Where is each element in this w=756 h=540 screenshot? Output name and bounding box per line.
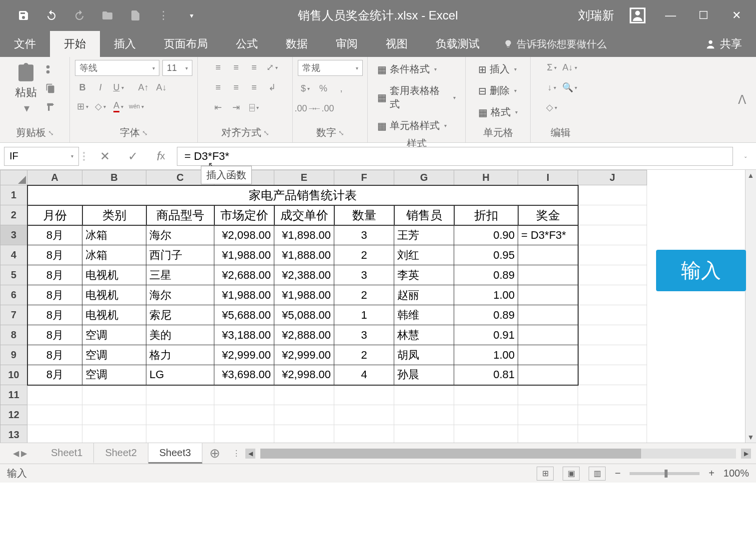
comma-icon[interactable]: , (334, 81, 349, 96)
cell-I5[interactable] (518, 265, 578, 285)
border-icon[interactable]: ⊞▾ (75, 99, 90, 114)
cell-J10[interactable] (578, 365, 647, 385)
fill-color-icon[interactable]: ◇▾ (93, 99, 108, 114)
col-header-I[interactable]: I (518, 170, 578, 185)
cell-B7[interactable]: 电视机 (82, 305, 146, 325)
cell-J3[interactable] (578, 225, 647, 245)
cell-B8[interactable]: 空调 (82, 325, 146, 345)
row-header-10[interactable]: 10 (0, 365, 27, 385)
cell-J11[interactable] (578, 385, 647, 405)
normal-view-icon[interactable]: ⊞ (537, 467, 554, 481)
cell-G10[interactable]: 孙晨 (394, 365, 454, 385)
cell-J9[interactable] (578, 345, 647, 365)
cell-G7[interactable]: 韩维 (394, 305, 454, 325)
tab-review[interactable]: 审阅 (322, 31, 372, 57)
cell-D9[interactable]: ¥2,999.00 (214, 345, 274, 365)
format-as-table-button[interactable]: ▦套用表格格式▾ (373, 81, 460, 113)
cell-D12[interactable] (214, 405, 274, 425)
cell-I4[interactable] (518, 245, 578, 265)
qat-dropdown-icon[interactable]: ▾ (182, 6, 201, 25)
align-center-icon[interactable]: ≡ (229, 80, 244, 95)
sheet-nav[interactable]: ◀ ▶ (0, 443, 40, 464)
cell-E10[interactable]: ¥2,998.00 (274, 365, 334, 385)
decrease-font-icon[interactable]: A↓ (154, 80, 169, 95)
cell-B10[interactable]: 空调 (82, 365, 146, 385)
add-sheet-icon[interactable]: ⊕ (202, 443, 227, 464)
cell-B5[interactable]: 电视机 (82, 265, 146, 285)
cell-J6[interactable] (578, 285, 647, 305)
launcher-icon[interactable]: ⤡ (142, 129, 148, 137)
collapse-ribbon-icon[interactable]: ᐱ (728, 57, 756, 142)
more-icon[interactable]: ⋮ (154, 6, 173, 25)
cell-A8[interactable]: 8月 (27, 325, 82, 345)
minimize-icon[interactable]: — (661, 6, 680, 25)
autosum-icon[interactable]: Σ▾ (544, 60, 559, 75)
tab-view[interactable]: 视图 (372, 31, 422, 57)
undo-icon[interactable] (42, 6, 61, 25)
clear-icon[interactable]: ◇▾ (544, 100, 559, 115)
cell-D11[interactable] (214, 385, 274, 405)
cell-A9[interactable]: 8月 (27, 345, 82, 365)
tab-pagelayout[interactable]: 页面布局 (150, 31, 222, 57)
underline-icon[interactable]: U▾ (111, 80, 126, 95)
col-header-B[interactable]: B (82, 170, 146, 185)
percent-icon[interactable]: % (316, 81, 331, 96)
cell-I7[interactable] (518, 305, 578, 325)
align-top-icon[interactable]: ≡ (211, 60, 226, 75)
cell-H7[interactable]: 0.89 (454, 305, 518, 325)
cell-E5[interactable]: ¥2,388.00 (274, 265, 334, 285)
cell-B3[interactable]: 冰箱 (82, 225, 146, 245)
vertical-scrollbar[interactable]: ▲ ▼ (745, 170, 756, 443)
fill-icon[interactable]: ↓▾ (544, 80, 559, 95)
share-button[interactable]: 共享 (691, 31, 756, 57)
copy-icon[interactable] (43, 81, 58, 96)
header-G[interactable]: 销售员 (394, 205, 454, 225)
tab-home[interactable]: 开始 (50, 31, 100, 57)
cell-C6[interactable]: 海尔 (146, 285, 214, 305)
launcher-icon[interactable]: ⤡ (48, 129, 54, 137)
cell-B11[interactable] (82, 385, 146, 405)
header-F[interactable]: 数量 (334, 205, 394, 225)
cell-J5[interactable] (578, 265, 647, 285)
cell-D10[interactable]: ¥3,698.00 (214, 365, 274, 385)
decrease-decimal-icon[interactable]: ←.00 (316, 101, 331, 116)
cell-J12[interactable] (578, 405, 647, 425)
cell-F11[interactable] (334, 385, 394, 405)
cell-E8[interactable]: ¥2,888.00 (274, 325, 334, 345)
scroll-right-icon[interactable]: ▶ (741, 449, 751, 459)
header-E[interactable]: 成交单价 (274, 205, 334, 225)
cell-F5[interactable]: 3 (334, 265, 394, 285)
scroll-down-icon[interactable]: ▼ (746, 432, 756, 443)
header-C[interactable]: 商品型号 (146, 205, 214, 225)
zoom-level[interactable]: 100% (724, 468, 749, 479)
phonetic-icon[interactable]: wén▾ (129, 99, 144, 114)
cell-A12[interactable] (27, 405, 82, 425)
col-header-E[interactable]: E (274, 170, 334, 185)
col-header-H[interactable]: H (454, 170, 518, 185)
delete-cells-button[interactable]: ⊟删除▾ (474, 81, 521, 100)
zoom-slider[interactable] (630, 472, 700, 475)
formula-input[interactable]: = D3*F3* (177, 147, 733, 166)
cell-D13[interactable] (214, 425, 274, 443)
col-header-J[interactable]: J (578, 170, 647, 185)
tab-data[interactable]: 数据 (272, 31, 322, 57)
tab-insert[interactable]: 插入 (100, 31, 150, 57)
row-header-5[interactable]: 5 (0, 265, 27, 285)
page-break-view-icon[interactable]: ▥ (589, 467, 606, 481)
increase-decimal-icon[interactable]: .00→ (298, 101, 313, 116)
format-cells-button[interactable]: ▦格式▾ (474, 103, 522, 121)
cell-G3[interactable]: 王芳 (394, 225, 454, 245)
cell-A13[interactable] (27, 425, 82, 443)
cell-C9[interactable]: 格力 (146, 345, 214, 365)
cell-C8[interactable]: 美的 (146, 325, 214, 345)
decrease-indent-icon[interactable]: ⇤ (211, 100, 226, 115)
sheet-tab-1[interactable]: Sheet1 (40, 443, 94, 464)
increase-font-icon[interactable]: A↑ (136, 80, 151, 95)
paste-button[interactable]: 粘贴 ▾ (12, 60, 40, 118)
cell-J7[interactable] (578, 305, 647, 325)
cell-G12[interactable] (394, 405, 454, 425)
cell-F13[interactable] (334, 425, 394, 443)
name-box[interactable]: IF▾ (4, 147, 79, 166)
font-color-icon[interactable]: A▾ (111, 99, 126, 114)
sheet-tab-3[interactable]: Sheet3 (148, 443, 202, 464)
